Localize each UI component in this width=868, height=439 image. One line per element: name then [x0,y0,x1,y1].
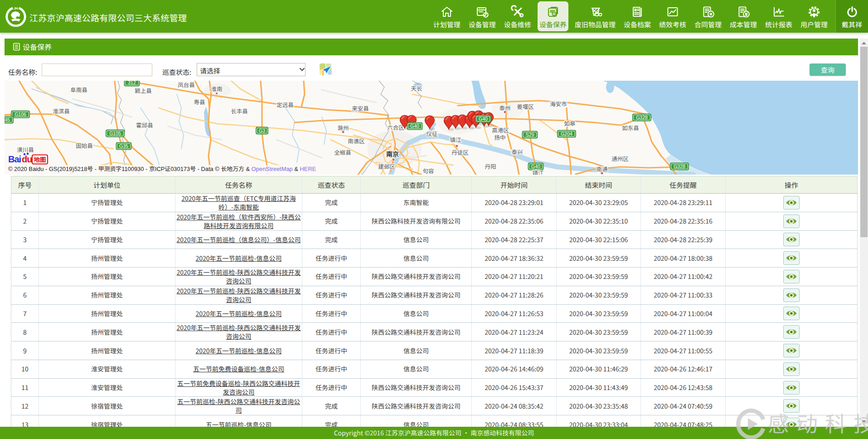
svg-text:凤台县: 凤台县 [178,81,195,89]
svg-text:淮南: 淮南 [211,84,222,93]
svg-text:颖上县: 颖上县 [135,86,152,95]
svg-text:高港区: 高港区 [492,126,509,134]
svg-text:全椒县: 全椒县 [334,148,351,156]
svg-text:阜南县: 阜南县 [70,85,87,94]
svg-text:霍邱县: 霍邱县 [136,121,153,129]
svg-text:G328: G328 [636,115,648,120]
svg-text:G204: G204 [561,131,572,137]
svg-text:G106: G106 [15,112,26,117]
svg-text:仪征: 仪征 [426,129,438,138]
svg-text:靖江: 靖江 [532,168,543,175]
svg-text:南京: 南京 [386,149,399,158]
svg-text:定远县: 定远县 [276,100,294,109]
svg-text:地图: 地图 [34,155,46,164]
svg-text:天长: 天长 [411,84,422,93]
svg-text:G105: G105 [109,131,121,136]
svg-text:G328: G328 [674,164,685,169]
svg-text:镇江: 镇江 [450,135,461,144]
svg-text:通州区: 通州区 [611,154,629,163]
svg-text:45: 45 [5,117,10,122]
svg-text:JH: JH [14,6,18,10]
svg-text:丹徒区: 丹徒区 [451,148,469,156]
svg-text:丹阳: 丹阳 [485,162,496,171]
svg-text:G40: G40 [410,123,419,129]
svg-text:G40: G40 [479,116,488,122]
svg-text:S29: S29 [526,132,534,137]
svg-text:G35: G35 [119,143,128,149]
svg-text:如东县: 如东县 [622,123,639,132]
svg-text:固始县: 固始县 [76,141,93,150]
svg-text:du: du [22,154,32,164]
svg-text:泰兴: 泰兴 [511,147,523,156]
svg-text:南谯区: 南谯区 [348,137,365,145]
svg-text:如皋: 如皋 [564,119,576,127]
svg-text:感动科技: 感动科技 [768,407,868,438]
svg-text:句容: 句容 [422,166,434,175]
svg-text:姜堰区: 姜堰区 [517,102,534,111]
svg-text:长丰县: 长丰县 [231,107,248,115]
svg-text:海安市: 海安市 [550,99,567,108]
svg-text:G3: G3 [259,128,265,133]
svg-text:来安县: 来安县 [352,104,369,112]
svg-text:建邺区: 建邺区 [378,162,395,171]
svg-text:312: 312 [128,81,136,85]
svg-text:潢川县: 潢川县 [17,145,34,154]
svg-text:© 2020 Baidu - GS(2019)5218号 -: © 2020 Baidu - GS(2019)5218号 - 甲测资字11009… [8,166,316,172]
svg-text:Bai: Bai [8,154,21,164]
svg-text:淮滨县: 淮滨县 [53,107,70,115]
svg-text:寿县: 寿县 [194,98,205,106]
